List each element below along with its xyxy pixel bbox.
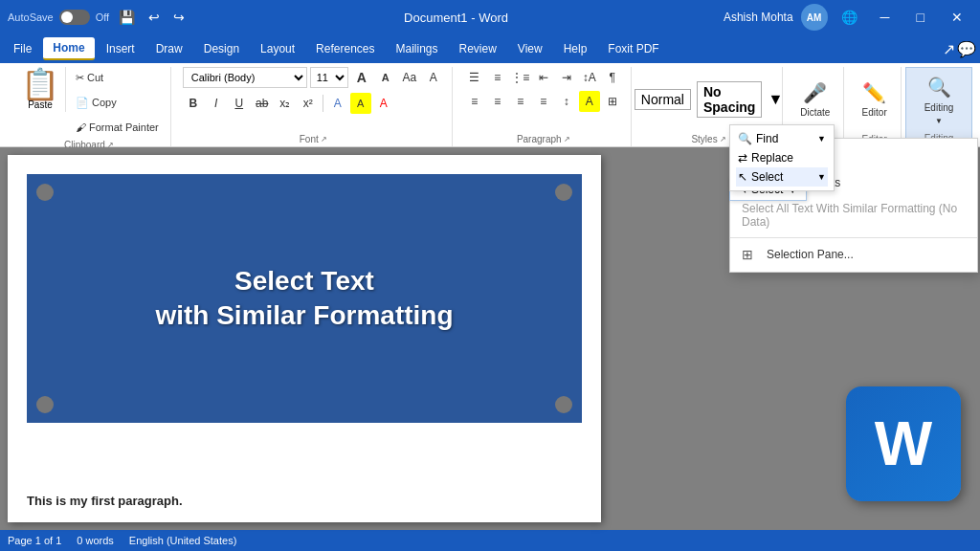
italic-button[interactable]: I (206, 93, 227, 114)
heading1-style[interactable]: No Spacing (697, 81, 762, 118)
dictate-content: 🎤 Dictate (794, 67, 835, 132)
comment-icon[interactable]: 💬 (957, 40, 976, 58)
corner-handle-br (555, 396, 572, 413)
borders-button[interactable]: ⊞ (602, 91, 623, 112)
corner-handle-tl (36, 184, 54, 201)
paste-label: Paste (28, 99, 53, 110)
language-info: English (United States) (129, 535, 237, 546)
styles-swatches: Normal No Spacing ▼ (635, 81, 783, 118)
menu-mailings[interactable]: Mailings (386, 38, 447, 59)
font-controls: Calibri (Body) 11 A A Aa A B I U ab x₂ x… (183, 67, 444, 132)
undo-icon[interactable]: ↩ (145, 10, 164, 25)
save-icon[interactable]: 💾 (115, 10, 139, 25)
dictate-icon: 🎤 (803, 81, 827, 104)
underline-button[interactable]: U (229, 93, 250, 114)
font-row2: B I U ab x₂ x² A A A (183, 93, 444, 114)
paragraph-label: Paragraph ↗ (464, 132, 623, 146)
word-count: 0 words (77, 535, 114, 546)
font-group: Calibri (Body) 11 A A Aa A B I U ab x₂ x… (175, 67, 453, 146)
format-painter-button[interactable]: 🖌 Format Painter (72, 117, 163, 138)
menu-home[interactable]: Home (43, 37, 94, 60)
selection-pane-item[interactable]: ⊞ Selection Pane... (730, 241, 977, 268)
menu-view[interactable]: View (508, 38, 552, 59)
show-paragraph-button[interactable]: ¶ (602, 67, 623, 88)
menu-design[interactable]: Design (194, 38, 249, 59)
para-row1: ☰ ≡ ⋮≡ ⇤ ⇥ ↕A ¶ (464, 67, 623, 88)
line-spacing-button[interactable]: ↕ (556, 91, 577, 112)
shrink-font-button[interactable]: A (375, 67, 396, 88)
styles-content: Normal No Spacing ▼ (643, 67, 775, 132)
select-similar-label: Select All Text With Similar Formatting … (742, 202, 966, 229)
menu-layout[interactable]: Layout (251, 38, 304, 59)
share-icon[interactable]: ↗ (943, 40, 955, 58)
bullets-button[interactable]: ☰ (464, 67, 485, 88)
multilevel-button[interactable]: ⋮≡ (510, 67, 531, 88)
title-bar: AutoSave Off 💾 ↩ ↪ Document1 - Word Ashi… (0, 0, 980, 34)
styles-expand-icon[interactable]: ↗ (720, 135, 726, 143)
document-page[interactable]: Select Textwith Similar Formatting This … (8, 155, 601, 522)
cut-button[interactable]: ✂ Cut (72, 67, 163, 88)
editor-button[interactable]: ✏️ Editor (851, 74, 899, 126)
editing-button[interactable]: 🔍 Editing ▼ (910, 72, 968, 129)
menu-draw[interactable]: Draw (146, 38, 192, 59)
align-right-button[interactable]: ≡ (510, 91, 531, 112)
menu-file[interactable]: File (4, 38, 41, 59)
text-effect-button[interactable]: A (327, 93, 348, 114)
paste-button[interactable]: 📋 Paste (21, 69, 59, 110)
superscript-button[interactable]: x² (298, 93, 319, 114)
font-expand-icon[interactable]: ↗ (321, 135, 327, 143)
title-bar-right: Ashish Mohta AM 🌐 ─ □ ✕ (724, 4, 972, 31)
globe-icon[interactable]: 🌐 (835, 8, 863, 27)
select-item-icon: ↖ (738, 170, 747, 184)
highlight-button[interactable]: A (350, 93, 371, 114)
menu-review[interactable]: Review (450, 38, 506, 59)
font-label: Font ↗ (183, 132, 444, 146)
selection-pane-label: Selection Pane... (767, 248, 854, 261)
decrease-indent-button[interactable]: ⇤ (533, 67, 554, 88)
bold-button[interactable]: B (183, 93, 204, 114)
shading-button[interactable]: A (579, 91, 600, 112)
align-center-button[interactable]: ≡ (487, 91, 508, 112)
justify-button[interactable]: ≡ (533, 91, 554, 112)
autosave-toggle[interactable] (59, 10, 90, 25)
font-name-select[interactable]: Calibri (Body) (183, 67, 307, 88)
subscript-button[interactable]: x₂ (275, 93, 296, 114)
corner-handle-tr (555, 184, 572, 201)
maximize-button[interactable]: □ (907, 10, 934, 25)
paragraph-expand-icon[interactable]: ↗ (564, 135, 570, 143)
minimize-button[interactable]: ─ (871, 10, 900, 25)
clear-formatting-button[interactable]: A (423, 67, 444, 88)
find-item[interactable]: 🔍 Find ▼ (736, 129, 828, 148)
close-button[interactable]: ✕ (942, 10, 972, 25)
clipboard-small-btns: ✂ Cut 📄 Copy 🖌 Format Painter (72, 67, 163, 138)
grow-font-button[interactable]: A (351, 67, 372, 88)
dictate-button[interactable]: 🎤 Dictate (791, 74, 839, 126)
paste-icon: 📋 (21, 69, 59, 99)
para-row2: ≡ ≡ ≡ ≡ ↕ A ⊞ (464, 91, 623, 112)
align-left-button[interactable]: ≡ (464, 91, 485, 112)
increase-indent-button[interactable]: ⇥ (556, 67, 577, 88)
menu-insert[interactable]: Insert (97, 38, 145, 59)
normal-style[interactable]: Normal (635, 89, 691, 110)
font-color-button[interactable]: A (373, 93, 394, 114)
numbering-button[interactable]: ≡ (487, 67, 508, 88)
find-label: Find (756, 132, 778, 145)
menu-help[interactable]: Help (554, 38, 597, 59)
styles-more-icon[interactable]: ▼ (768, 91, 783, 108)
sort-button[interactable]: ↕A (579, 67, 600, 88)
replace-item[interactable]: ⇄ Replace (736, 148, 828, 167)
menu-foxit[interactable]: Foxit PDF (598, 38, 668, 59)
find-icon: 🔍 (738, 132, 752, 145)
user-avatar[interactable]: AM (801, 4, 828, 31)
menu-references[interactable]: References (306, 38, 384, 59)
redo-icon[interactable]: ↪ (169, 10, 189, 25)
title-bar-left: AutoSave Off 💾 ↩ ↪ (8, 10, 189, 25)
strikethrough-button[interactable]: ab (252, 93, 273, 114)
copy-button[interactable]: 📄 Copy (72, 92, 163, 113)
font-size-select[interactable]: 11 (310, 67, 348, 88)
ribbon-right-group: ↗ 💬 (943, 40, 976, 58)
change-case-button[interactable]: Aa (399, 67, 420, 88)
find-replace-panel: 🔍 Find ▼ ⇄ Replace ↖ Select ▼ (729, 124, 835, 191)
clipboard-content: 📋 Paste ✂ Cut 📄 Copy 🖌 Format Painter (15, 67, 163, 138)
select-item[interactable]: ↖ Select ▼ (736, 167, 828, 187)
